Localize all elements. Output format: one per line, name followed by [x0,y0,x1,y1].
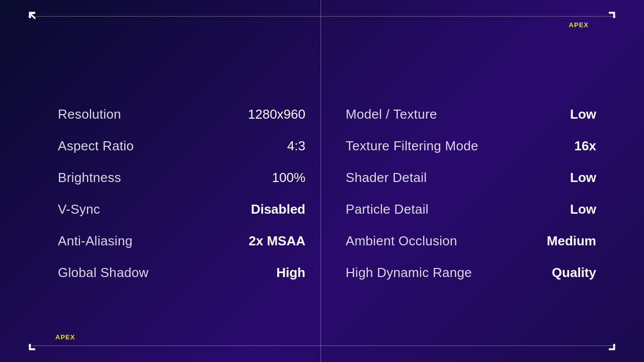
settings-row: Ambient OcclusionMedium [346,225,596,257]
setting-label: Ambient Occlusion [346,233,457,249]
setting-label: Aspect Ratio [58,138,134,154]
setting-value: Low [570,107,596,122]
corner-bottom-right-arrow [600,335,618,353]
setting-label: Particle Detail [346,202,429,217]
corner-bottom-left-arrow [26,335,44,353]
bottom-border-line [28,345,616,346]
setting-label: Texture Filtering Mode [346,138,478,154]
setting-label: Brightness [58,170,121,186]
setting-value: 1280x960 [248,107,305,122]
setting-label: High Dynamic Range [346,265,472,281]
setting-label: Global Shadow [58,265,148,281]
setting-value: 4:3 [287,138,305,154]
setting-value: 100% [272,170,306,186]
settings-row: Resolution1280x960 [58,99,305,130]
setting-label: Shader Detail [346,170,427,186]
left-settings-panel: Resolution1280x960Aspect Ratio4:3Brightn… [28,40,320,322]
settings-row: Global ShadowHigh [58,257,305,289]
setting-value: 16x [575,138,596,154]
settings-row: Anti-Aliasing2x MSAA [58,225,305,257]
top-border-line [28,16,616,17]
svg-marker-2 [29,344,36,350]
settings-row: Texture Filtering Mode16x [346,130,596,162]
setting-label: Resolution [58,107,121,122]
settings-row: V-SyncDisabled [58,194,305,225]
settings-row: Shader DetailLow [346,162,596,194]
right-settings-panel: Model / TextureLowTexture Filtering Mode… [320,40,616,322]
setting-value: Quality [552,265,596,281]
settings-row: Brightness100% [58,162,305,194]
corner-top-right-arrow [600,9,618,27]
content-area: Resolution1280x960Aspect Ratio4:3Brightn… [28,40,616,322]
svg-marker-1 [609,12,615,19]
main-container: APEX APEX Resolution1280x960Aspect Ratio… [0,0,644,362]
settings-row: Model / TextureLow [346,99,596,130]
setting-value: Low [570,170,596,186]
settings-row: Particle DetailLow [346,194,596,225]
corner-top-left-arrow [26,9,44,27]
setting-value: High [276,265,305,281]
setting-value: Low [570,202,596,217]
setting-value: 2x MSAA [249,233,305,249]
setting-label: Anti-Aliasing [58,233,132,249]
setting-value: Medium [547,233,596,249]
setting-value: Disabled [251,202,305,217]
apex-label-bottom-left: APEX [55,333,75,341]
settings-row: Aspect Ratio4:3 [58,130,305,162]
setting-label: V-Sync [58,202,100,217]
setting-label: Model / Texture [346,107,437,122]
svg-marker-3 [609,344,615,350]
settings-row: High Dynamic RangeQuality [346,257,596,289]
apex-label-top-right: APEX [569,21,589,29]
